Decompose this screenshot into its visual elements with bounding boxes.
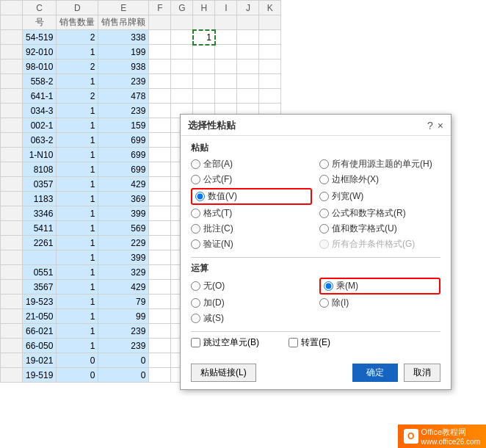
- cell-f[interactable]: [149, 236, 171, 250]
- cell-c[interactable]: 1-N10: [23, 148, 57, 162]
- cell-i[interactable]: [215, 59, 237, 74]
- cell-c[interactable]: 1183: [23, 192, 57, 206]
- cell-f[interactable]: [149, 309, 171, 324]
- cell-d[interactable]: 1: [57, 177, 98, 192]
- cell-f[interactable]: [149, 30, 171, 45]
- cell-d[interactable]: 1: [57, 295, 98, 309]
- cell-e[interactable]: 699: [98, 148, 149, 162]
- cell-k[interactable]: [259, 74, 281, 89]
- cell-j[interactable]: [237, 74, 259, 89]
- cell-f[interactable]: [149, 148, 171, 162]
- cell-e[interactable]: 199: [98, 45, 149, 59]
- cell-c[interactable]: 558-2: [23, 74, 57, 89]
- cell-e[interactable]: 239: [98, 339, 149, 353]
- cell-e[interactable]: 338: [98, 30, 149, 45]
- cell-c[interactable]: 66-050: [23, 339, 57, 353]
- cell-f[interactable]: [149, 177, 171, 192]
- op-option-add[interactable]: 加(D): [191, 296, 312, 310]
- cell-d[interactable]: 1: [57, 192, 98, 206]
- cell-f[interactable]: [149, 265, 171, 280]
- cell-k[interactable]: [259, 30, 281, 45]
- col-header-d[interactable]: D: [57, 1, 98, 15]
- op-option-multiply[interactable]: 乘(M): [319, 278, 440, 295]
- paste-option-border-except[interactable]: 边框除外(X): [319, 173, 440, 187]
- cell-e[interactable]: 478: [98, 89, 149, 104]
- cell-d[interactable]: 0: [57, 353, 98, 368]
- cell-c[interactable]: 0357: [23, 177, 57, 192]
- col-header-i[interactable]: I: [215, 1, 237, 15]
- cell-f[interactable]: [149, 339, 171, 353]
- cell-c[interactable]: 92-010: [23, 45, 57, 59]
- cell-e[interactable]: 239: [98, 74, 149, 89]
- cell-f[interactable]: [149, 45, 171, 59]
- cell-d[interactable]: 1: [57, 133, 98, 148]
- cell-d[interactable]: 1: [57, 74, 98, 89]
- cell-e[interactable]: 0: [98, 353, 149, 368]
- cell-e[interactable]: 699: [98, 133, 149, 148]
- cell-f[interactable]: [149, 74, 171, 89]
- cell-d[interactable]: 2: [57, 59, 98, 74]
- cell-g[interactable]: [171, 59, 193, 74]
- op-radio-divide[interactable]: [319, 298, 329, 308]
- cell-f[interactable]: [149, 59, 171, 74]
- cell-e[interactable]: 429: [98, 280, 149, 295]
- cell-c[interactable]: [23, 250, 57, 265]
- cell-f[interactable]: [149, 162, 171, 177]
- cell-j[interactable]: [237, 59, 259, 74]
- cell-c[interactable]: 641-1: [23, 89, 57, 104]
- cell-c[interactable]: 034-3: [23, 104, 57, 118]
- cell-i[interactable]: [215, 74, 237, 89]
- cell-f[interactable]: [149, 104, 171, 118]
- cell-f[interactable]: [149, 250, 171, 265]
- paste-radio-all[interactable]: [191, 159, 200, 169]
- cell-d[interactable]: 1: [57, 250, 98, 265]
- cell-f[interactable]: [149, 295, 171, 309]
- cell-e[interactable]: 569: [98, 221, 149, 236]
- cell-d[interactable]: 1: [57, 309, 98, 324]
- cell-g[interactable]: [171, 30, 193, 45]
- col-header-f[interactable]: F: [149, 1, 171, 15]
- cell-e[interactable]: 399: [98, 250, 149, 265]
- cell-h[interactable]: [193, 89, 215, 104]
- cell-e[interactable]: 239: [98, 104, 149, 118]
- cell-i[interactable]: [215, 89, 237, 104]
- paste-radio-format[interactable]: [191, 209, 200, 218]
- cell-d[interactable]: 2: [57, 30, 98, 45]
- op-radio-subtract[interactable]: [191, 314, 200, 323]
- cell-c[interactable]: 063-2: [23, 133, 57, 148]
- cancel-button[interactable]: 取消: [404, 364, 440, 382]
- cell-d[interactable]: 1: [57, 221, 98, 236]
- op-option-divide[interactable]: 除(I): [319, 296, 440, 310]
- paste-option-comment[interactable]: 批注(C): [191, 222, 312, 236]
- paste-option-all[interactable]: 全部(A): [191, 157, 312, 171]
- cell-d[interactable]: 1: [57, 265, 98, 280]
- cell-c[interactable]: 21-050: [23, 309, 57, 324]
- cell-g[interactable]: [171, 45, 193, 59]
- transpose-input[interactable]: [289, 338, 298, 347]
- cell-e[interactable]: 79: [98, 295, 149, 309]
- cell-g[interactable]: [171, 89, 193, 104]
- cell-f[interactable]: [149, 133, 171, 148]
- cell-d[interactable]: 1: [57, 45, 98, 59]
- cell-k[interactable]: [259, 45, 281, 59]
- cell-e[interactable]: 938: [98, 59, 149, 74]
- cell-e[interactable]: 369: [98, 192, 149, 206]
- cell-f[interactable]: [149, 368, 171, 383]
- paste-radio-value[interactable]: [195, 192, 205, 201]
- cell-e[interactable]: 699: [98, 162, 149, 177]
- cell-e[interactable]: 329: [98, 265, 149, 280]
- paste-radio-border-except[interactable]: [319, 175, 329, 184]
- cell-f[interactable]: [149, 118, 171, 133]
- paste-option-format[interactable]: 格式(T): [191, 206, 312, 220]
- cell-d[interactable]: 1: [57, 118, 98, 133]
- cell-d[interactable]: 1: [57, 280, 98, 295]
- cell-c[interactable]: 19-021: [23, 353, 57, 368]
- cell-k[interactable]: [259, 89, 281, 104]
- op-radio-add[interactable]: [191, 298, 200, 308]
- ok-button[interactable]: 确定: [352, 364, 398, 382]
- cell-c[interactable]: 54-519: [23, 30, 57, 45]
- op-option-subtract[interactable]: 减(S): [191, 311, 312, 325]
- help-button[interactable]: ?: [427, 120, 433, 131]
- cell-c[interactable]: 3567: [23, 280, 57, 295]
- cell-f[interactable]: [149, 89, 171, 104]
